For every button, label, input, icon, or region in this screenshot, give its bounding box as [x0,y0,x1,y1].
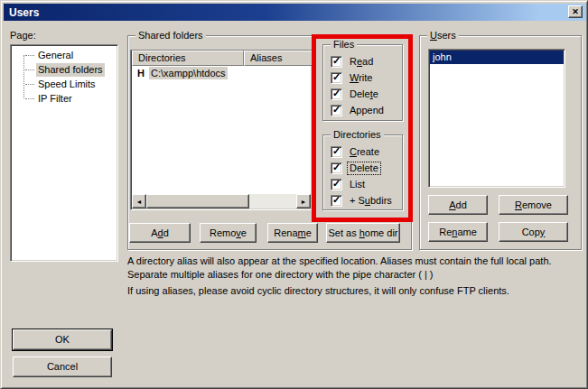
check-icon: ✓ [332,162,341,173]
column-header-label: Aliases [250,52,282,63]
tree-branch-line [25,98,34,99]
cancel-button[interactable]: Cancel [13,357,112,377]
remove-user-button[interactable]: Remove [499,195,568,215]
checkbox-label: List [348,179,367,190]
directory-path: C:\xampp\htdocs [149,67,228,79]
sidebar-item-shared-folders[interactable]: Shared folders [13,62,116,77]
check-icon: ✓ [332,194,341,206]
directories-group-label: Directories [331,129,384,140]
scrollbar-thumb[interactable] [146,194,249,208]
users-group-label: Users [427,30,459,41]
column-header-directories[interactable]: Directories [132,51,244,66]
write-checkbox[interactable]: ✓ [331,72,342,84]
remove-folder-button[interactable]: Remove [200,223,257,243]
check-icon: ✓ [332,88,341,99]
window-title: Users [9,6,39,19]
list-checkbox[interactable]: ✓ [331,179,342,190]
rename-user-button[interactable]: Rename [428,222,488,242]
delete-dir-checkbox[interactable]: ✓ [331,162,342,174]
files-group-label: Files [331,39,357,50]
column-header-label: Directories [138,52,186,63]
checkbox-label: + Subdirs [348,195,394,207]
alias-note-text: A directory alias will also appear at th… [127,255,579,282]
tree-branch-line [25,69,34,70]
tree-item-label-selected: Shared folders [36,63,105,77]
scroll-left-icon: ◄ [136,199,143,205]
delete-file-checkbox[interactable]: ✓ [331,88,342,100]
check-icon: ✓ [332,55,341,67]
page-label: Page: [10,30,36,41]
check-icon: ✓ [332,145,341,157]
tree-branch-line [25,84,34,85]
append-checkbox[interactable]: ✓ [331,105,342,116]
scroll-right-icon: ► [301,199,307,205]
scroll-left-button[interactable]: ◄ [132,194,146,208]
add-folder-button[interactable]: Add [129,223,191,243]
sidebar-item-speed-limits[interactable]: Speed Limits [13,77,116,91]
cyclic-note-text: If using aliases, please avoid cyclic di… [127,284,579,298]
horizontal-scrollbar[interactable]: ◄ ► [132,194,311,208]
sidebar-item-general[interactable]: General [13,48,116,62]
checkbox-label: Append [348,105,386,116]
create-checkbox[interactable]: ✓ [331,146,342,158]
tree-item-label: Speed Limits [36,78,98,91]
ok-button[interactable]: OK [13,329,112,350]
home-dir-marker: H [137,67,145,79]
users-list: john [428,49,565,188]
close-button[interactable]: ✕ [568,5,583,18]
column-header-aliases[interactable]: Aliases [244,51,313,66]
list-item-user[interactable]: john [430,51,564,64]
check-icon: ✓ [332,178,341,190]
titlebar[interactable]: Users ✕ [4,4,586,21]
subdirs-checkbox[interactable]: ✓ [331,195,342,207]
checkbox-label-focused: Delete [348,162,380,174]
table-row[interactable]: H C:\xampp\htdocs [132,67,311,80]
checkbox-label: Create [348,146,381,158]
set-home-dir-button[interactable]: Set as home dir [326,223,400,243]
checkbox-label: Read [348,56,375,68]
read-checkbox[interactable]: ✓ [331,56,342,68]
check-icon: ✓ [332,71,341,83]
directories-permissions-group: Directories ✓ Create ✓ Delete ✓ List ✓ +… [322,134,403,210]
copy-user-button[interactable]: Copy [499,222,568,242]
shared-folders-group-label: Shared folders [135,30,206,41]
checkbox-label: Write [348,72,374,84]
check-icon: ✓ [332,104,341,116]
files-permissions-group: Files ✓ Read ✓ Write ✓ Delete ✓ Append [322,44,403,121]
add-user-button[interactable]: Add [428,195,488,215]
scroll-right-button[interactable]: ► [296,194,311,208]
tree-item-label: IP Filter [36,92,74,106]
page-tree: General Shared folders Speed Limits IP F… [10,44,118,262]
shared-folders-list: Directories Aliases H C:\xampp\htdocs ◄ … [130,50,313,210]
sidebar-item-ip-filter[interactable]: IP Filter [13,91,116,106]
users-dialog: Users ✕ Page: General Shared folders Spe… [0,0,588,389]
tree-branch-line [25,55,34,56]
rename-folder-button[interactable]: Rename [267,223,318,243]
checkbox-label: Delete [348,88,380,100]
tree-item-label: General [36,49,75,62]
close-icon: ✕ [572,7,579,16]
user-name: john [433,51,452,62]
